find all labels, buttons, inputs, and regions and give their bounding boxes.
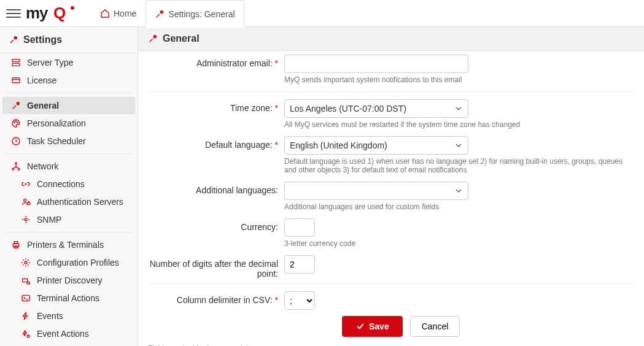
sidebar-item-personalization[interactable]: Personalization: [2, 115, 135, 132]
sidebar-item-label: Terminal Actions: [37, 293, 99, 303]
timezone-select[interactable]: Los Angeles (UTC-07:00 DST): [284, 99, 468, 118]
search-printer-icon: [21, 275, 31, 285]
sidebar-item-auth-servers[interactable]: Authentication Servers: [2, 193, 135, 210]
add-lang-select[interactable]: [284, 182, 468, 200]
gear-icon: [21, 258, 31, 267]
sidebar-item-config-profiles[interactable]: Configuration Profiles: [2, 254, 135, 271]
bolt-action-icon: [21, 329, 31, 339]
sidebar-item-printer-discovery[interactable]: Printer Discovery: [2, 272, 135, 289]
cancel-button[interactable]: Cancel: [410, 316, 460, 337]
sidebar-item-label: Network: [27, 161, 58, 171]
svg-point-19: [25, 218, 27, 221]
timezone-label: Time zone: *: [148, 99, 284, 113]
csv-select[interactable]: ;: [284, 291, 315, 310]
check-icon: [355, 321, 365, 331]
license-icon: [11, 75, 21, 85]
svg-point-2: [71, 6, 74, 10]
sidebar-item-license[interactable]: License: [2, 72, 135, 89]
sidebar-item-server-type[interactable]: Server Type: [2, 54, 135, 71]
svg-text:my: my: [26, 4, 48, 22]
svg-point-17: [24, 199, 26, 201]
svg-rect-7: [12, 78, 20, 83]
sidebar-item-label: Events: [37, 311, 63, 321]
svg-point-23: [25, 261, 27, 264]
sidebar-item-connections[interactable]: Connections: [2, 175, 135, 193]
sidebar-item-label: General: [27, 101, 59, 110]
svg-text:Q: Q: [53, 4, 66, 22]
sidebar-item-label: Configuration Profiles: [37, 258, 119, 267]
server-icon: [11, 58, 21, 67]
logo: my Q: [26, 4, 81, 23]
add-lang-label: Additional languages:: [148, 182, 284, 195]
svg-point-15: [12, 168, 14, 170]
bolt-icon: [21, 311, 31, 321]
network-icon: [11, 161, 21, 171]
terminal-icon: [21, 293, 31, 303]
settings-icon: [11, 101, 21, 110]
tab-settings-label: Settings: General: [168, 9, 235, 19]
sidebar-item-terminal-actions[interactable]: Terminal Actions: [2, 290, 135, 307]
svg-rect-5: [12, 60, 20, 62]
settings-icon: [9, 35, 18, 45]
svg-rect-24: [23, 279, 28, 282]
digits-label: Number of digits after the decimal point…: [148, 255, 284, 279]
settings-icon: [155, 9, 165, 19]
default-lang-select[interactable]: English (United Kingdom): [284, 136, 468, 155]
sidebar-item-label: Server Type: [27, 58, 73, 67]
sidebar-title: Settings: [0, 27, 138, 53]
svg-point-11: [15, 121, 16, 121]
svg-point-16: [18, 168, 20, 170]
csv-label: Column delimiter in CSV: *: [148, 291, 284, 305]
svg-rect-18: [28, 202, 30, 204]
tab-home-label: Home: [114, 9, 136, 18]
svg-point-12: [17, 122, 18, 123]
admin-email-hint: MyQ sends important system notifications…: [284, 75, 634, 84]
digits-input[interactable]: [284, 255, 315, 274]
palette-icon: [11, 118, 21, 128]
default-lang-hint: Default language is used 1) when user ha…: [284, 157, 634, 174]
clock-icon: [11, 136, 21, 146]
user-lock-icon: [21, 197, 31, 207]
tab-home[interactable]: Home: [91, 0, 145, 27]
menu-toggle[interactable]: [6, 6, 21, 21]
sidebar-item-task-scheduler[interactable]: Task Scheduler: [2, 133, 135, 150]
settings-icon: [148, 34, 158, 44]
home-icon: [100, 9, 110, 18]
add-lang-hint: Additional languages are used for custom…: [284, 202, 634, 211]
page-title: General: [138, 27, 644, 51]
sidebar-item-label: Printer Discovery: [37, 275, 103, 285]
sidebar-item-label: Connections: [37, 179, 85, 189]
sidebar-item-label: Task Scheduler: [27, 136, 86, 146]
currency-label: Currency:: [148, 218, 284, 232]
save-button[interactable]: Save: [342, 316, 403, 337]
sidebar-item-label: SNMP: [37, 215, 61, 225]
sidebar-item-printers-terminals[interactable]: Printers & Terminals: [2, 236, 135, 253]
default-lang-label: Default language: *: [148, 136, 284, 150]
svg-point-10: [14, 122, 15, 123]
sidebar-item-event-actions[interactable]: Event Actions: [2, 325, 135, 342]
sidebar-item-label: Authentication Servers: [37, 197, 123, 207]
timezone-hint: All MyQ services must be restarted if th…: [284, 120, 634, 129]
snmp-icon: [21, 215, 31, 225]
sidebar-item-label: Event Actions: [37, 329, 89, 339]
svg-rect-26: [22, 295, 29, 301]
currency-hint: 3-letter currency code: [284, 239, 634, 248]
admin-email-label: Administrator email: *: [148, 55, 284, 68]
printer-icon: [11, 240, 21, 250]
svg-rect-21: [14, 242, 17, 244]
svg-point-14: [15, 163, 17, 164]
link-icon: [21, 179, 31, 189]
sidebar-item-label: Printers & Terminals: [27, 240, 104, 250]
svg-point-27: [27, 335, 29, 337]
sidebar-item-general[interactable]: General: [2, 97, 135, 114]
svg-rect-6: [12, 63, 20, 66]
sidebar-item-label: License: [27, 75, 56, 85]
admin-email-input[interactable]: [284, 55, 468, 73]
sidebar-item-network[interactable]: Network: [2, 158, 135, 175]
sidebar-item-events[interactable]: Events: [2, 307, 135, 325]
sidebar-item-snmp[interactable]: SNMP: [2, 211, 135, 228]
sidebar-item-label: Personalization: [27, 118, 86, 128]
currency-input[interactable]: [284, 218, 315, 237]
tab-settings-general[interactable]: Settings: General: [145, 0, 244, 27]
